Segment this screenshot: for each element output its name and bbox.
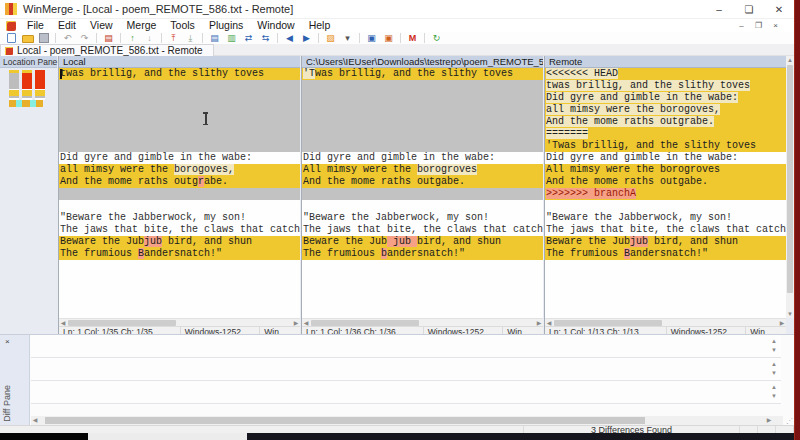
pane-hscrollbar[interactable]: ◀▶ bbox=[545, 318, 786, 326]
copy-left-icon[interactable]: ◀ bbox=[282, 33, 297, 44]
mdi-close-button[interactable]: × bbox=[767, 20, 784, 31]
window-title: WinMerge - [Local - poem_REMOTE_586.txt … bbox=[23, 3, 293, 15]
next-diff-icon[interactable]: ↓ bbox=[142, 33, 157, 44]
last-diff-icon[interactable]: ⤓ bbox=[183, 33, 198, 44]
code-line: All mimsy were the borogroves bbox=[302, 164, 543, 176]
toolbar-separator bbox=[424, 33, 425, 43]
new-file-icon[interactable] bbox=[7, 33, 16, 43]
scroll-left-icon[interactable]: ◀ bbox=[302, 319, 310, 327]
menu-merge[interactable]: Merge bbox=[120, 19, 164, 32]
editor-local[interactable]: twas brillig, and the slithy tovesDid gy… bbox=[59, 68, 300, 318]
redo-icon[interactable]: ↷ bbox=[77, 33, 92, 44]
mdi-minimize-button[interactable]: – bbox=[733, 20, 750, 31]
minimize-button[interactable]: – bbox=[704, 0, 734, 19]
save-icon[interactable] bbox=[39, 33, 49, 43]
pane-hscrollbar[interactable]: ◀▶ bbox=[59, 318, 300, 326]
winmerge-window: WinMerge - [Local - poem_REMOTE_586.txt … bbox=[0, 0, 800, 440]
code-line: Did gyre and gimble in the wabe: bbox=[59, 152, 300, 164]
code-line: all mimsy were the borogoves, bbox=[59, 164, 300, 176]
current-diff-icon[interactable]: ▥ bbox=[224, 33, 239, 44]
scroll-up-icon[interactable]: ▲ bbox=[786, 56, 794, 64]
menu-edit[interactable]: Edit bbox=[51, 19, 83, 32]
mdi-restore-button[interactable]: ❐ bbox=[750, 20, 767, 31]
diff-pane-hscrollbar[interactable]: ◀ ▶ ⋰ bbox=[31, 416, 783, 425]
code-line: Beware the Jubjub bird, and shun bbox=[545, 236, 786, 248]
pane-hscrollbar[interactable]: ◀▶ bbox=[302, 318, 543, 326]
swap-panes-icon[interactable]: ⇆ bbox=[258, 33, 273, 44]
editor-middle[interactable]: 'Twas brillig, and the slithy tovesDid g… bbox=[302, 68, 543, 318]
scroll-right-icon[interactable]: ▶ bbox=[778, 319, 786, 327]
scroll-right-icon[interactable]: ▶ bbox=[765, 416, 773, 424]
scroll-down-icon[interactable]: ▼ bbox=[786, 310, 794, 318]
plugin-settings-icon[interactable]: ▣ bbox=[381, 33, 396, 44]
winmerge-home-icon[interactable]: M bbox=[405, 33, 420, 44]
compare-icon[interactable]: ⇄ bbox=[241, 33, 256, 44]
editor-remote[interactable]: <<<<<<< HEADtwas brillig, and the slithy… bbox=[545, 68, 786, 318]
first-diff-icon[interactable]: ⤒ bbox=[166, 33, 181, 44]
word-diff-highlight: all mimsy were the borogoves, bbox=[546, 104, 720, 115]
hscroll-thumb[interactable] bbox=[311, 320, 419, 326]
menu-window[interactable]: Window bbox=[250, 19, 301, 32]
mini-scroll-arrows-icon[interactable]: ▲▼ bbox=[769, 360, 779, 378]
copy-right-icon[interactable]: ▶ bbox=[299, 33, 314, 44]
scroll-left-icon[interactable]: ◀ bbox=[59, 319, 67, 327]
mini-scroll-arrows-icon[interactable]: ▲▼ bbox=[769, 383, 779, 401]
diff-pane-hscroll-thumb[interactable] bbox=[45, 417, 645, 424]
diff-pane: × Diff Pane ▲▼▲▼▲▼ ◀ ▶ ⋰ bbox=[0, 334, 794, 425]
tab-merge-document[interactable]: Local - poem_REMOTE_586.txt - Remote bbox=[0, 44, 214, 56]
toolbar: ↶↷▤↑↓⤒⤓▤▥⇄⇆◀▶▨▾▣▣M↻ bbox=[0, 32, 794, 44]
code-line: twas brillig, and the slithy toves bbox=[545, 80, 786, 92]
minimap-segment bbox=[22, 73, 32, 89]
maximize-button[interactable]: ❏ bbox=[734, 0, 764, 19]
minimap-segment bbox=[9, 73, 19, 89]
diff-pane-close-icon[interactable]: × bbox=[5, 337, 10, 346]
toolbar-separator bbox=[359, 33, 360, 43]
status-bar-spacer bbox=[0, 426, 524, 433]
refresh-icon[interactable]: ↻ bbox=[429, 33, 444, 44]
prev-diff-icon[interactable]: ↑ bbox=[125, 33, 140, 44]
toolbar-separator bbox=[318, 33, 319, 43]
resize-grip-icon[interactable]: ⋰ bbox=[786, 417, 793, 425]
filler-lines bbox=[59, 80, 300, 152]
scroll-right-icon[interactable]: ▶ bbox=[292, 319, 300, 327]
file-pane-middle: C:\Users\IEUser\Downloads\testrepo\poem_… bbox=[301, 56, 543, 334]
menu-file[interactable]: File bbox=[20, 19, 51, 32]
title-bar: WinMerge - [Local - poem_REMOTE_586.txt … bbox=[0, 0, 794, 19]
word-diff-highlight: And the mome raths outgrabe. bbox=[546, 116, 714, 127]
document-system-icon[interactable] bbox=[6, 21, 16, 31]
menu-view[interactable]: View bbox=[83, 19, 120, 32]
vertical-scrollbar[interactable]: ▲ ▼ bbox=[786, 56, 794, 318]
menu-help[interactable]: Help bbox=[302, 19, 338, 32]
scroll-left-icon[interactable]: ◀ bbox=[545, 319, 553, 327]
location-minimap[interactable] bbox=[9, 70, 45, 112]
mini-scroll-arrows-icon[interactable]: ▲▼ bbox=[769, 337, 779, 355]
taskbar-segment bbox=[0, 433, 88, 440]
undo-icon[interactable]: ↶ bbox=[60, 33, 75, 44]
scroll-left-icon[interactable]: ◀ bbox=[31, 416, 39, 424]
word-diff-highlight: borogroves bbox=[417, 164, 477, 175]
auto-merge-dropdown-icon[interactable]: ▾ bbox=[340, 33, 355, 44]
char-diff-highlight: jub bbox=[630, 236, 648, 247]
code-line: And the mome raths outgabe. bbox=[545, 176, 786, 188]
menu-plugins[interactable]: Plugins bbox=[202, 19, 250, 32]
code-line bbox=[302, 200, 543, 212]
select-diff-icon[interactable]: ▤ bbox=[207, 33, 222, 44]
options-icon[interactable]: ▤ bbox=[101, 33, 116, 44]
plugin-icon[interactable]: ▣ bbox=[364, 33, 379, 44]
close-button[interactable]: ✕ bbox=[764, 0, 794, 19]
vertical-scroll-thumb[interactable] bbox=[787, 65, 793, 293]
hscroll-thumb[interactable] bbox=[68, 320, 176, 326]
tab-label: Local - poem_REMOTE_586.txt - Remote bbox=[17, 45, 203, 56]
code-line: 'Twas brillig, and the slithy toves bbox=[545, 140, 786, 152]
scroll-right-icon[interactable]: ▶ bbox=[535, 319, 543, 327]
code-line: The frumious bandersnatch!" bbox=[302, 248, 543, 260]
char-diff-highlight: jub bbox=[387, 236, 417, 247]
pane-header-middle: C:\Users\IEUser\Downloads\testrepo\poem_… bbox=[302, 56, 543, 68]
menu-tools[interactable]: Tools bbox=[163, 19, 202, 32]
winmerge-logo-icon bbox=[5, 3, 17, 15]
auto-merge-icon[interactable]: ▨ bbox=[323, 33, 338, 44]
code-line: Beware the Jub jub bird, and shun bbox=[302, 236, 543, 248]
hscroll-thumb[interactable] bbox=[554, 320, 662, 326]
desktop-background-strip bbox=[794, 0, 800, 440]
open-icon[interactable] bbox=[22, 35, 34, 43]
